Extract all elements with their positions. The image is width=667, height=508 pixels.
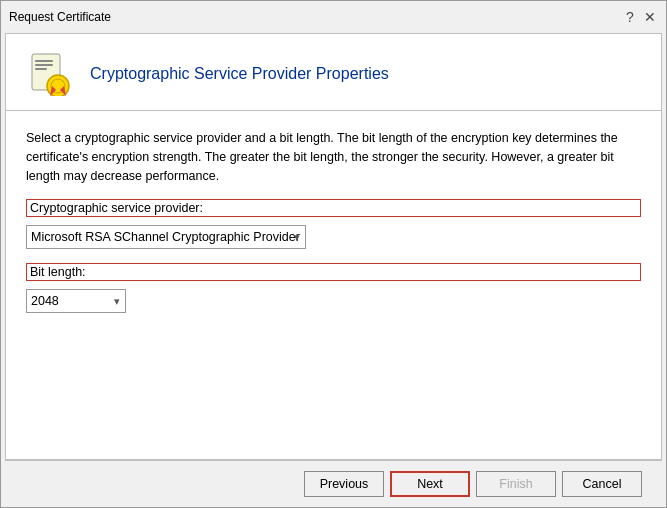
svg-rect-2 [35, 64, 53, 66]
provider-field-group: Cryptographic service provider: Microsof… [26, 199, 641, 249]
title-bar: Request Certificate ? ✕ [1, 1, 666, 33]
certificate-icon [26, 50, 74, 98]
bit-label: Bit length: [26, 263, 641, 281]
help-button[interactable]: ? [622, 9, 638, 25]
bit-select-wrapper: 512 1024 2048 4096 [26, 289, 126, 313]
cancel-button[interactable]: Cancel [562, 471, 642, 497]
provider-select[interactable]: Microsoft RSA SChannel Cryptographic Pro… [26, 225, 306, 249]
request-certificate-window: Request Certificate ? ✕ [0, 0, 667, 508]
close-button[interactable]: ✕ [642, 9, 658, 25]
footer-area: Previous Next Finish Cancel [5, 460, 662, 507]
bit-field-group: Bit length: 512 1024 2048 4096 [26, 263, 641, 313]
main-area: Select a cryptographic service provider … [6, 111, 661, 459]
finish-button[interactable]: Finish [476, 471, 556, 497]
provider-label: Cryptographic service provider: [26, 199, 641, 217]
next-button[interactable]: Next [390, 471, 470, 497]
window-title: Request Certificate [9, 10, 111, 24]
previous-button[interactable]: Previous [304, 471, 384, 497]
title-bar-left: Request Certificate [9, 10, 111, 24]
svg-rect-3 [35, 68, 47, 70]
title-bar-controls: ? ✕ [622, 9, 658, 25]
header-area: Cryptographic Service Provider Propertie… [6, 34, 661, 111]
svg-rect-1 [35, 60, 53, 62]
dialog-content: Cryptographic Service Provider Propertie… [5, 33, 662, 460]
provider-select-wrapper: Microsoft RSA SChannel Cryptographic Pro… [26, 225, 306, 249]
page-title: Cryptographic Service Provider Propertie… [90, 65, 389, 83]
description-text: Select a cryptographic service provider … [26, 129, 641, 185]
cert-svg [28, 52, 72, 96]
bit-select[interactable]: 512 1024 2048 4096 [26, 289, 126, 313]
